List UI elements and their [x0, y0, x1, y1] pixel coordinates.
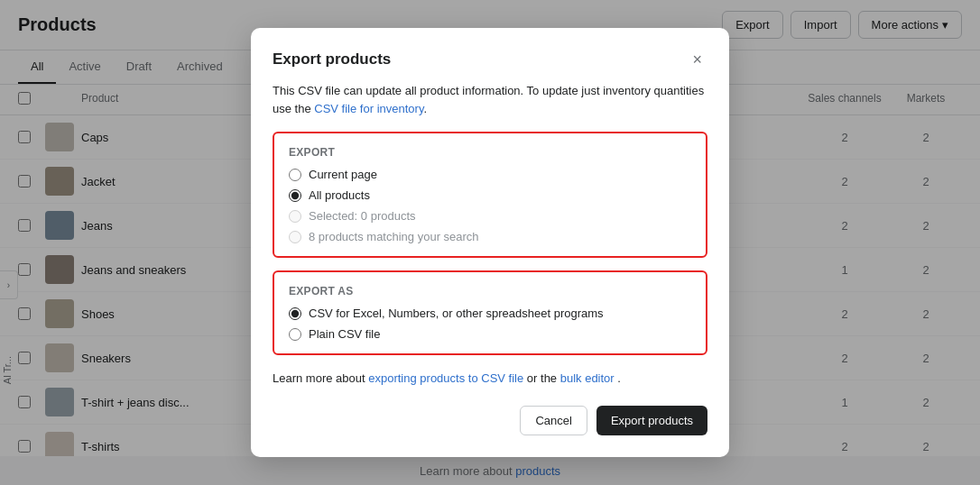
radio-csv-excel: CSV for Excel, Numbers, or other spreads… — [289, 307, 691, 320]
export-products-button[interactable]: Export products — [596, 406, 707, 435]
radio-matching: 8 products matching your search — [289, 230, 691, 243]
modal-buttons: Cancel Export products — [273, 406, 707, 435]
csv-inventory-link[interactable]: CSV file for inventory — [314, 102, 423, 115]
exporting-link[interactable]: exporting products to CSV file — [368, 371, 523, 385]
modal-header: Export products × — [273, 50, 707, 69]
radio-plain-csv: Plain CSV file — [289, 327, 691, 341]
modal-description: This CSV file can update all product inf… — [273, 82, 707, 117]
export-modal: Export products × This CSV file can upda… — [251, 28, 729, 457]
page-background: Products Export Import More actions ▾ Al… — [0, 0, 980, 485]
radio-current-page-label: Current page — [309, 168, 377, 181]
export-as-label: Export as — [289, 285, 691, 297]
radio-csv-excel-input[interactable] — [289, 307, 301, 320]
radio-matching-label: 8 products matching your search — [309, 230, 479, 243]
radio-matching-input[interactable] — [289, 231, 301, 243]
bulk-editor-link[interactable]: bulk editor — [560, 371, 615, 385]
export-section: Export Current page All products Selecte… — [273, 132, 707, 258]
radio-current-page: Current page — [289, 168, 691, 181]
cancel-button[interactable]: Cancel — [520, 406, 587, 435]
radio-all-products-label: All products — [309, 188, 370, 202]
radio-selected-input[interactable] — [289, 210, 301, 223]
modal-close-button[interactable]: × — [687, 50, 707, 69]
radio-all-products: All products — [289, 188, 691, 202]
radio-all-products-input[interactable] — [289, 189, 301, 202]
modal-footer-text: Learn more about exporting products to C… — [273, 370, 707, 388]
radio-current-page-input[interactable] — [289, 169, 301, 181]
modal-overlay: Export products × This CSV file can upda… — [0, 0, 980, 485]
radio-csv-excel-label: CSV for Excel, Numbers, or other spreads… — [309, 307, 604, 320]
modal-title: Export products — [273, 50, 391, 69]
radio-selected-label: Selected: 0 products — [309, 209, 416, 223]
export-as-section: Export as CSV for Excel, Numbers, or oth… — [273, 270, 707, 355]
export-section-label: Export — [289, 146, 691, 159]
radio-selected: Selected: 0 products — [289, 209, 691, 223]
radio-plain-csv-input[interactable] — [289, 328, 301, 341]
radio-plain-csv-label: Plain CSV file — [309, 327, 380, 341]
